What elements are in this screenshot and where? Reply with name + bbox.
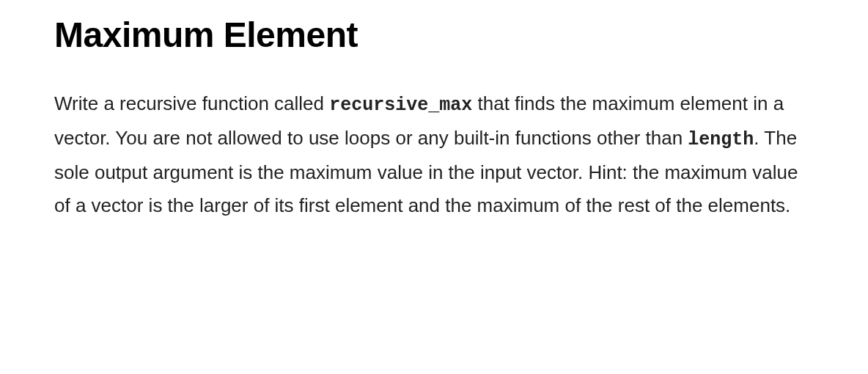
problem-description: Write a recursive function called recurs… [54,87,814,223]
page-title: Maximum Element [54,15,814,55]
code-length: length [688,129,754,150]
code-recursive-max: recursive_max [329,95,472,116]
description-text-1: Write a recursive function called [54,92,329,114]
